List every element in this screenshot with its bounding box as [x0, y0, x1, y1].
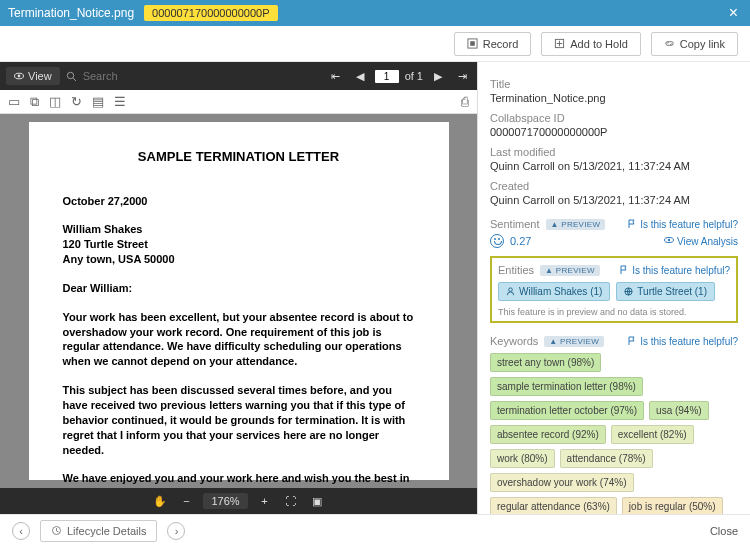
select-icon[interactable]: ⧉ — [30, 94, 39, 110]
viewer-sub-toolbar: ▭ ⧉ ◫ ↻ ▤ ☰ ⎙ — [0, 90, 477, 114]
keyword-chip[interactable]: excellent (82%) — [611, 425, 694, 444]
last-page-icon[interactable]: ⇥ — [453, 67, 471, 85]
rotate-icon[interactable]: ↻ — [71, 94, 82, 109]
eye-icon — [664, 235, 674, 245]
field-label-modified: Last modified — [490, 146, 738, 158]
entity-chip[interactable]: Turtle Street (1) — [616, 282, 715, 301]
zoom-out-icon[interactable]: − — [177, 492, 195, 510]
entities-label: Entities — [498, 264, 534, 276]
page-total: of 1 — [405, 70, 423, 82]
entities-section: Entities ▲ PREVIEW Is this feature helpf… — [490, 256, 738, 323]
layout-icon[interactable]: ▭ — [8, 94, 20, 109]
globe-icon — [624, 287, 633, 296]
doc-para-2: This subject has been discussed several … — [63, 383, 415, 457]
next-item-icon[interactable]: › — [167, 522, 185, 540]
zoom-value[interactable]: 176% — [203, 493, 247, 509]
field-label-title: Title — [490, 78, 738, 90]
preview-badge: ▲ PREVIEW — [544, 336, 604, 347]
keyword-chip[interactable]: job is regular (50%) — [622, 497, 723, 514]
field-label-collab: Collabspace ID — [490, 112, 738, 124]
metadata-panel: Title Termination_Notice.png Collabspace… — [478, 62, 750, 514]
page-number[interactable]: 1 — [375, 70, 399, 83]
keyword-chip[interactable]: usa (94%) — [649, 401, 709, 420]
record-button[interactable]: Record — [454, 32, 531, 56]
svg-point-7 — [668, 239, 670, 241]
action-toolbar: Record Add to Hold Copy link — [0, 26, 750, 62]
thumbs-icon[interactable]: ▤ — [92, 94, 104, 109]
flag-icon — [627, 336, 637, 346]
prev-item-icon[interactable]: ‹ — [12, 522, 30, 540]
zoom-in-icon[interactable]: + — [256, 492, 274, 510]
search-input[interactable] — [83, 70, 183, 82]
doc-address: William Shakes 120 Turtle Street Any tow… — [63, 222, 415, 267]
footer-bar: ‹ Lifecycle Details › Close — [0, 514, 750, 546]
helpful-link[interactable]: Is this feature helpful? — [619, 265, 730, 276]
entities-note: This feature is in preview and no data i… — [498, 307, 730, 317]
helpful-link[interactable]: Is this feature helpful? — [627, 336, 738, 347]
sentiment-label: Sentiment — [490, 218, 540, 230]
entity-chip-label: Turtle Street (1) — [637, 286, 707, 297]
link-icon — [664, 38, 675, 49]
svg-rect-1 — [470, 41, 475, 46]
fit-page-icon[interactable]: ▣ — [308, 492, 326, 510]
crop-icon[interactable]: ◫ — [49, 94, 61, 109]
record-icon — [467, 38, 478, 49]
window-titlebar: Termination_Notice.png 00000717000000000… — [0, 0, 750, 26]
svg-point-5 — [67, 72, 73, 78]
add-to-hold-button[interactable]: Add to Hold — [541, 32, 640, 56]
smile-icon — [490, 234, 504, 248]
page-canvas: SAMPLE TERMINATION LETTER October 27,200… — [0, 114, 477, 488]
keyword-chip[interactable]: absentee record (92%) — [490, 425, 606, 444]
svg-point-8 — [509, 288, 513, 292]
flag-icon — [619, 265, 629, 275]
first-page-icon[interactable]: ⇤ — [327, 67, 345, 85]
file-name: Termination_Notice.png — [8, 6, 134, 20]
doc-para-1: Your work has been excellent, but your a… — [63, 310, 415, 369]
doc-para-3: We have enjoyed you and your work here a… — [63, 471, 415, 488]
keyword-chip[interactable]: overshadow your work (74%) — [490, 473, 634, 492]
search-icon[interactable] — [66, 71, 77, 82]
next-page-icon[interactable]: ▶ — [429, 67, 447, 85]
field-label-created: Created — [490, 180, 738, 192]
close-icon[interactable]: × — [725, 4, 742, 22]
lifecycle-details-button[interactable]: Lifecycle Details — [40, 520, 157, 542]
flag-icon — [627, 219, 637, 229]
preview-badge: ▲ PREVIEW — [546, 219, 606, 230]
field-value-title: Termination_Notice.png — [490, 92, 738, 104]
keyword-chip[interactable]: regular attendance (63%) — [490, 497, 617, 514]
id-badge: 000007170000000000P — [144, 5, 277, 21]
doc-greeting: Dear William: — [63, 281, 415, 296]
pan-icon[interactable]: ✋ — [151, 492, 169, 510]
print-icon[interactable]: ⎙ — [461, 94, 469, 109]
lifecycle-icon — [51, 525, 62, 536]
fit-width-icon[interactable]: ⛶ — [282, 492, 300, 510]
doc-heading: SAMPLE TERMINATION LETTER — [63, 148, 415, 166]
svg-point-4 — [18, 75, 21, 78]
copy-link-button[interactable]: Copy link — [651, 32, 738, 56]
sentiment-value: 0.27 — [510, 235, 531, 247]
document-page: SAMPLE TERMINATION LETTER October 27,200… — [29, 122, 449, 480]
prev-page-icon[interactable]: ◀ — [351, 67, 369, 85]
view-analysis-link[interactable]: View Analysis — [664, 235, 738, 247]
eye-icon — [14, 71, 24, 81]
keyword-chip[interactable]: termination letter october (97%) — [490, 401, 644, 420]
list-icon[interactable]: ☰ — [114, 94, 126, 109]
hold-icon — [554, 38, 565, 49]
entity-chip-label: William Shakes (1) — [519, 286, 602, 297]
entity-chip[interactable]: William Shakes (1) — [498, 282, 610, 301]
viewer-top-toolbar: View ⇤ ◀ 1 of 1 ▶ ⇥ — [0, 62, 477, 90]
view-mode-button[interactable]: View — [6, 67, 60, 85]
field-value-collab: 000007170000000000P — [490, 126, 738, 138]
keywords-label: Keywords — [490, 335, 538, 347]
keyword-chip[interactable]: street any town (98%) — [490, 353, 601, 372]
keyword-chip[interactable]: sample termination letter (98%) — [490, 377, 643, 396]
keyword-chip[interactable]: work (80%) — [490, 449, 555, 468]
keyword-chip[interactable]: attendance (78%) — [560, 449, 653, 468]
close-button[interactable]: Close — [710, 525, 738, 537]
helpful-link[interactable]: Is this feature helpful? — [627, 219, 738, 230]
viewer-zoom-toolbar: ✋ − 176% + ⛶ ▣ — [0, 488, 477, 514]
field-value-modified: Quinn Carroll on 5/13/2021, 11:37:24 AM — [490, 160, 738, 172]
field-value-created: Quinn Carroll on 5/13/2021, 11:37:24 AM — [490, 194, 738, 206]
preview-badge: ▲ PREVIEW — [540, 265, 600, 276]
document-viewer: View ⇤ ◀ 1 of 1 ▶ ⇥ ▭ ⧉ ◫ ↻ ▤ ☰ ⎙ SAMPLE… — [0, 62, 478, 514]
